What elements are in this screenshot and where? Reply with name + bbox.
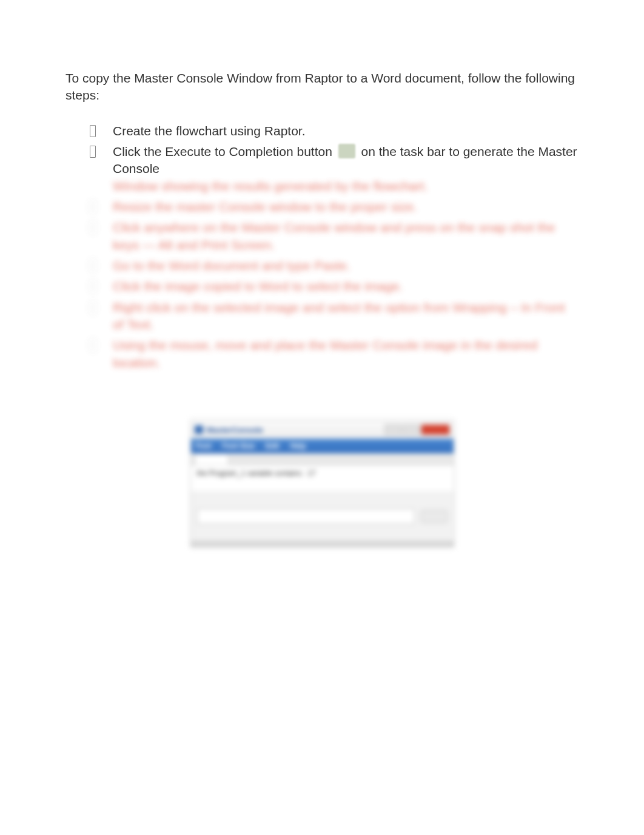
- list-item: Click the Execute to Completion button o…: [96, 143, 579, 195]
- step-text: Create the flowchart using Raptor.: [113, 124, 306, 138]
- step-text-blurred: Resize the master Console window to the …: [113, 200, 417, 214]
- tab-bar: [191, 453, 454, 465]
- step-text-part-a: Click the Execute to Completion button: [113, 144, 332, 158]
- maximize-button[interactable]: [403, 424, 420, 435]
- clear-button[interactable]: [421, 510, 448, 523]
- menu-help[interactable]: Help: [290, 442, 306, 450]
- document-page: To copy the Master Console Window from R…: [0, 0, 644, 547]
- window-title-bar: MasterConsole: [191, 421, 454, 439]
- step-text-blurred: Click the image copied to Word to select…: [113, 279, 403, 293]
- app-icon: [195, 425, 203, 434]
- execute-to-completion-icon: [338, 144, 355, 158]
- window-title: MasterConsole: [207, 425, 381, 434]
- tab[interactable]: [195, 454, 229, 465]
- step-text-blurred: Right click on the selected image and se…: [113, 300, 565, 331]
- menu-font[interactable]: Font: [196, 442, 212, 450]
- console-output-text: the Program_1 variable contains : 17: [197, 469, 316, 478]
- intro-text: To copy the Master Console Window from R…: [65, 70, 579, 104]
- menu-edit[interactable]: Edit: [266, 442, 280, 450]
- status-bar: [191, 541, 454, 547]
- menu-bar: Font Font Size Edit Help: [191, 439, 454, 453]
- close-button[interactable]: [421, 424, 450, 435]
- instruction-list-blurred: Resize the master Console window to the …: [65, 198, 579, 371]
- step-text-continuation-blurred: Window showing the results generated by …: [113, 179, 428, 193]
- step-text-blurred: Go to the Word document and type Paste.: [113, 259, 351, 272]
- list-item-blurred: Click anywhere on the Master Console win…: [96, 219, 579, 254]
- master-console-window-screenshot: MasterConsole Font Font Size Edit Help t…: [190, 420, 454, 547]
- step-text-blurred: Click anywhere on the Master Console win…: [113, 220, 555, 251]
- list-item-blurred: Using the mouse, move and place the Mast…: [96, 337, 579, 371]
- window-controls: [384, 424, 450, 435]
- list-item-blurred: Click the image copied to Word to select…: [96, 278, 579, 295]
- step-text-blurred: Using the mouse, move and place the Mast…: [113, 338, 537, 369]
- menu-font-size[interactable]: Font Size: [223, 442, 255, 450]
- instruction-list: Create the flowchart using Raptor. Click…: [65, 123, 579, 195]
- console-output-area: the Program_1 variable contains : 17: [191, 465, 454, 491]
- minimize-button[interactable]: [384, 424, 401, 435]
- embedded-screenshot-container: MasterConsole Font Font Size Edit Help t…: [65, 420, 579, 547]
- list-item-blurred: Go to the Word document and type Paste.: [96, 257, 579, 274]
- console-input[interactable]: [197, 509, 415, 524]
- list-item-blurred: Resize the master Console window to the …: [96, 198, 579, 215]
- list-item: Create the flowchart using Raptor.: [96, 123, 579, 140]
- list-item-blurred: Right click on the selected image and se…: [96, 299, 579, 334]
- input-row: [197, 504, 448, 529]
